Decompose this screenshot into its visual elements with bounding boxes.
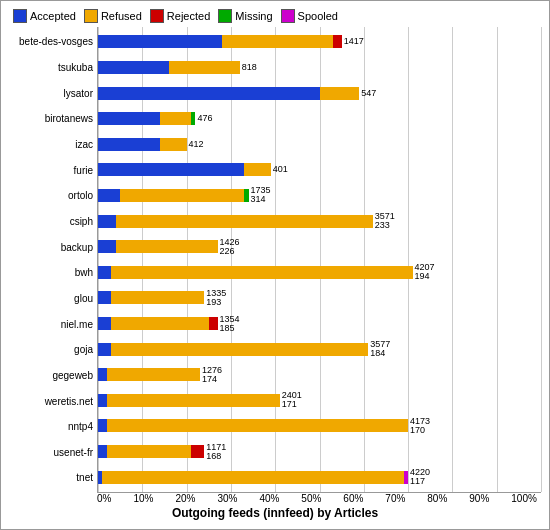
- bar-segment-refused: [222, 35, 333, 48]
- bar-segment-refused: [120, 189, 244, 202]
- legend-color-rejected: [150, 9, 164, 23]
- bar-row-bete-des-vosges: 1417: [98, 33, 541, 51]
- legend-color-accepted: [13, 9, 27, 23]
- x-label-30%: 30%: [217, 493, 237, 504]
- y-label-csiph: csiph: [9, 211, 97, 231]
- bar-value-label: 476: [197, 114, 212, 123]
- x-label-90%: 90%: [469, 493, 489, 504]
- bar-value-label: 4220117: [410, 468, 430, 486]
- legend-label-spooled: Spooled: [298, 10, 338, 22]
- bar-segment-accepted: [98, 189, 120, 202]
- bar-segment-refused: [244, 163, 271, 176]
- bar-segment-accepted: [98, 394, 107, 407]
- bar-segment-accepted: [98, 419, 107, 432]
- bar-segment-accepted: [98, 163, 244, 176]
- y-label-bete-des-vosges: bete-des-vosges: [9, 32, 97, 52]
- bar-row-usenet-fr: 1171168: [98, 443, 541, 461]
- legend-item-rejected: Rejected: [150, 9, 210, 23]
- bar-value-label: 818: [242, 63, 257, 72]
- bar-row-nntp4: 4173170: [98, 417, 541, 435]
- bar-segment-refused: [111, 343, 368, 356]
- x-axis-container: 0%10%20%30%40%50%60%70%80%90%100%: [97, 493, 537, 504]
- bar-row-lysator: 547: [98, 84, 541, 102]
- bar-rows: 1417818547476412401173531435712331426226…: [98, 27, 541, 492]
- bar-value-label: 1335193: [206, 289, 226, 307]
- bar-value-label: 3571233: [375, 212, 395, 230]
- bar-segment-accepted: [98, 266, 111, 279]
- bar-value-label: 1276174: [202, 366, 222, 384]
- bar-value-label: 1354185: [220, 315, 240, 333]
- bar-segment-accepted: [98, 215, 116, 228]
- bar-segment-accepted: [98, 35, 222, 48]
- bar-segment-refused: [320, 87, 360, 100]
- bar-segment-refused: [116, 215, 373, 228]
- y-label-bwh: bwh: [9, 263, 97, 283]
- y-label-weretis-net: weretis.net: [9, 391, 97, 411]
- bar-segment-refused: [102, 471, 403, 484]
- x-label-40%: 40%: [259, 493, 279, 504]
- chart-title: Outgoing feeds (innfeed) by Articles: [5, 506, 545, 520]
- bar-row-niel-me: 1354185: [98, 315, 541, 333]
- x-label-0%: 0%: [97, 493, 111, 504]
- x-label-10%: 10%: [133, 493, 153, 504]
- bar-value-label: 4173170: [410, 417, 430, 435]
- y-label-izac: izac: [9, 134, 97, 154]
- bar-segment-refused: [107, 368, 200, 381]
- legend-item-refused: Refused: [84, 9, 142, 23]
- bar-row-backup: 1426226: [98, 238, 541, 256]
- legend-color-refused: [84, 9, 98, 23]
- bar-value-label: 1735314: [251, 186, 271, 204]
- bar-value-label: 1426226: [220, 238, 240, 256]
- bar-value-label: 412: [189, 140, 204, 149]
- bar-segment-accepted: [98, 87, 320, 100]
- bars-area: 1417818547476412401173531435712331426226…: [97, 27, 541, 493]
- bar-segment-missing: [191, 112, 195, 125]
- bar-segment-refused: [111, 266, 412, 279]
- x-label-20%: 20%: [175, 493, 195, 504]
- x-label-60%: 60%: [343, 493, 363, 504]
- bar-value-label: 2401171: [282, 391, 302, 409]
- y-axis-labels: bete-des-vosgestsukubalysatorbirotanewsi…: [9, 27, 97, 493]
- y-label-birotanews: birotanews: [9, 109, 97, 129]
- bar-row-csiph: 3571233: [98, 212, 541, 230]
- bar-segment-refused: [107, 394, 280, 407]
- bar-segment-rejected: [209, 317, 218, 330]
- y-label-furie: furie: [9, 160, 97, 180]
- bar-value-label: 1417: [344, 37, 364, 46]
- bar-segment-refused: [116, 240, 218, 253]
- bar-segment-rejected: [333, 35, 342, 48]
- bar-segment-accepted: [98, 138, 160, 151]
- y-label-gegeweb: gegeweb: [9, 365, 97, 385]
- bar-row-izac: 412: [98, 135, 541, 153]
- legend-color-spooled: [281, 9, 295, 23]
- y-label-goja: goja: [9, 340, 97, 360]
- y-label-usenet-fr: usenet-fr: [9, 442, 97, 462]
- x-axis-labels: 0%10%20%30%40%50%60%70%80%90%100%: [97, 493, 537, 504]
- bar-value-label: 1171168: [206, 443, 226, 461]
- bar-segment-missing: [244, 189, 248, 202]
- x-label-80%: 80%: [427, 493, 447, 504]
- bar-row-gegeweb: 1276174: [98, 366, 541, 384]
- bar-segment-refused: [111, 317, 208, 330]
- y-label-nntp4: nntp4: [9, 417, 97, 437]
- bar-value-label: 547: [361, 89, 376, 98]
- legend-item-accepted: Accepted: [13, 9, 76, 23]
- x-label-50%: 50%: [301, 493, 321, 504]
- bar-segment-accepted: [98, 317, 111, 330]
- y-label-lysator: lysator: [9, 83, 97, 103]
- bar-segment-refused: [107, 419, 408, 432]
- bar-row-ortolo: 1735314: [98, 186, 541, 204]
- bar-row-bwh: 4207194: [98, 263, 541, 281]
- bar-segment-accepted: [98, 240, 116, 253]
- y-label-tnet: tnet: [9, 468, 97, 488]
- legend-item-spooled: Spooled: [281, 9, 338, 23]
- bar-row-tnet: 4220117: [98, 468, 541, 486]
- legend: AcceptedRefusedRejectedMissingSpooled: [5, 5, 545, 27]
- bar-segment-refused: [160, 112, 191, 125]
- legend-label-accepted: Accepted: [30, 10, 76, 22]
- y-label-tsukuba: tsukuba: [9, 57, 97, 77]
- legend-color-missing: [218, 9, 232, 23]
- bar-row-birotanews: 476: [98, 110, 541, 128]
- bar-value-label: 4207194: [415, 263, 435, 281]
- chart-container: AcceptedRefusedRejectedMissingSpooled be…: [0, 0, 550, 530]
